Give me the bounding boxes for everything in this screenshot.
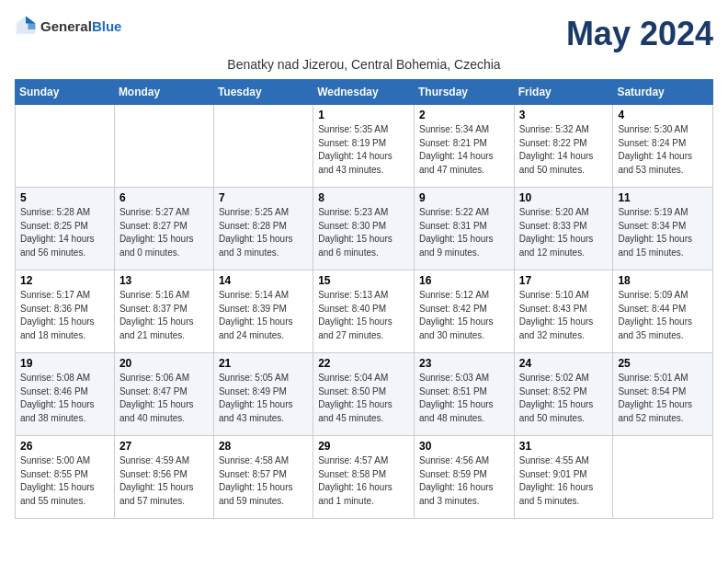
calendar-cell: 26Sunrise: 5:00 AM Sunset: 8:55 PM Dayli…	[16, 436, 115, 519]
calendar-cell	[114, 105, 213, 188]
calendar-header-row: SundayMondayTuesdayWednesdayThursdayFrid…	[16, 80, 713, 105]
day-number: 25	[618, 357, 708, 370]
calendar-cell: 27Sunrise: 4:59 AM Sunset: 8:56 PM Dayli…	[114, 436, 213, 519]
calendar-cell: 5Sunrise: 5:28 AM Sunset: 8:25 PM Daylig…	[16, 188, 115, 270]
calendar-cell: 16Sunrise: 5:12 AM Sunset: 8:42 PM Dayli…	[414, 270, 514, 353]
day-info: Sunrise: 5:30 AM Sunset: 8:24 PM Dayligh…	[618, 123, 708, 177]
day-of-week-header: Sunday	[16, 80, 115, 105]
calendar-cell: 11Sunrise: 5:19 AM Sunset: 8:34 PM Dayli…	[613, 188, 713, 270]
day-info: Sunrise: 5:14 AM Sunset: 8:39 PM Dayligh…	[219, 289, 308, 342]
calendar-cell: 20Sunrise: 5:06 AM Sunset: 8:47 PM Dayli…	[114, 353, 213, 436]
logo-icon	[15, 15, 37, 37]
calendar-cell	[213, 105, 313, 188]
calendar-cell: 6Sunrise: 5:27 AM Sunset: 8:27 PM Daylig…	[114, 188, 213, 270]
day-info: Sunrise: 5:10 AM Sunset: 8:43 PM Dayligh…	[519, 289, 609, 342]
calendar-cell: 30Sunrise: 4:56 AM Sunset: 8:59 PM Dayli…	[414, 436, 514, 519]
day-number: 12	[20, 274, 109, 287]
day-number: 24	[519, 357, 609, 370]
calendar-cell: 3Sunrise: 5:32 AM Sunset: 8:22 PM Daylig…	[514, 105, 613, 188]
logo: GeneralBlue	[15, 15, 121, 37]
calendar-cell: 2Sunrise: 5:34 AM Sunset: 8:21 PM Daylig…	[414, 105, 514, 188]
day-number: 7	[219, 191, 308, 204]
day-number: 21	[219, 357, 308, 370]
day-info: Sunrise: 5:20 AM Sunset: 8:33 PM Dayligh…	[519, 206, 609, 259]
day-info: Sunrise: 5:23 AM Sunset: 8:30 PM Dayligh…	[318, 206, 409, 259]
calendar-cell: 17Sunrise: 5:10 AM Sunset: 8:43 PM Dayli…	[514, 270, 613, 353]
calendar-cell: 19Sunrise: 5:08 AM Sunset: 8:46 PM Dayli…	[16, 353, 115, 436]
calendar-table: SundayMondayTuesdayWednesdayThursdayFrid…	[15, 79, 713, 519]
day-info: Sunrise: 5:09 AM Sunset: 8:44 PM Dayligh…	[618, 289, 708, 342]
day-number: 9	[419, 191, 509, 204]
day-info: Sunrise: 5:04 AM Sunset: 8:50 PM Dayligh…	[318, 372, 409, 425]
day-info: Sunrise: 5:27 AM Sunset: 8:27 PM Dayligh…	[119, 206, 209, 259]
day-info: Sunrise: 4:56 AM Sunset: 8:59 PM Dayligh…	[419, 454, 509, 508]
day-number: 30	[419, 440, 509, 453]
day-info: Sunrise: 5:02 AM Sunset: 8:52 PM Dayligh…	[519, 372, 609, 425]
day-of-week-header: Monday	[114, 80, 213, 105]
day-of-week-header: Thursday	[414, 80, 514, 105]
month-title: May 2024	[566, 15, 713, 53]
day-number: 1	[318, 109, 409, 121]
day-number: 3	[519, 109, 609, 121]
calendar-cell: 4Sunrise: 5:30 AM Sunset: 8:24 PM Daylig…	[613, 105, 713, 188]
day-number: 26	[20, 440, 109, 453]
day-info: Sunrise: 5:28 AM Sunset: 8:25 PM Dayligh…	[20, 206, 109, 259]
day-info: Sunrise: 5:32 AM Sunset: 8:22 PM Dayligh…	[519, 123, 609, 177]
calendar-week-row: 5Sunrise: 5:28 AM Sunset: 8:25 PM Daylig…	[16, 188, 713, 270]
day-number: 27	[119, 440, 209, 453]
calendar-cell: 9Sunrise: 5:22 AM Sunset: 8:31 PM Daylig…	[414, 188, 514, 270]
calendar-cell: 12Sunrise: 5:17 AM Sunset: 8:36 PM Dayli…	[16, 270, 115, 353]
day-of-week-header: Tuesday	[213, 80, 313, 105]
calendar-week-row: 19Sunrise: 5:08 AM Sunset: 8:46 PM Dayli…	[16, 353, 713, 436]
calendar-cell: 14Sunrise: 5:14 AM Sunset: 8:39 PM Dayli…	[213, 270, 313, 353]
day-of-week-header: Saturday	[613, 80, 713, 105]
calendar-cell: 22Sunrise: 5:04 AM Sunset: 8:50 PM Dayli…	[313, 353, 415, 436]
logo-text: GeneralBlue	[40, 18, 121, 34]
day-info: Sunrise: 5:35 AM Sunset: 8:19 PM Dayligh…	[318, 123, 409, 177]
day-number: 13	[119, 274, 209, 287]
day-number: 22	[318, 357, 409, 370]
calendar-cell: 13Sunrise: 5:16 AM Sunset: 8:37 PM Dayli…	[114, 270, 213, 353]
page-header: GeneralBlue May 2024	[15, 15, 713, 53]
day-info: Sunrise: 5:06 AM Sunset: 8:47 PM Dayligh…	[119, 372, 209, 425]
day-number: 2	[419, 109, 509, 121]
day-info: Sunrise: 4:59 AM Sunset: 8:56 PM Dayligh…	[119, 454, 209, 508]
day-number: 23	[419, 357, 509, 370]
day-number: 31	[519, 440, 609, 453]
day-number: 11	[618, 191, 708, 204]
day-number: 28	[219, 440, 308, 453]
day-number: 17	[519, 274, 609, 287]
day-info: Sunrise: 5:17 AM Sunset: 8:36 PM Dayligh…	[20, 289, 109, 342]
day-info: Sunrise: 4:57 AM Sunset: 8:58 PM Dayligh…	[318, 454, 409, 508]
day-info: Sunrise: 5:34 AM Sunset: 8:21 PM Dayligh…	[419, 123, 509, 177]
day-number: 16	[419, 274, 509, 287]
day-number: 10	[519, 191, 609, 204]
day-number: 4	[618, 109, 708, 121]
calendar-cell: 18Sunrise: 5:09 AM Sunset: 8:44 PM Dayli…	[613, 270, 713, 353]
calendar-week-row: 26Sunrise: 5:00 AM Sunset: 8:55 PM Dayli…	[16, 436, 713, 519]
day-number: 14	[219, 274, 308, 287]
day-number: 20	[119, 357, 209, 370]
day-number: 18	[618, 274, 708, 287]
calendar-cell: 7Sunrise: 5:25 AM Sunset: 8:28 PM Daylig…	[213, 188, 313, 270]
day-info: Sunrise: 5:25 AM Sunset: 8:28 PM Dayligh…	[219, 206, 308, 259]
day-info: Sunrise: 4:55 AM Sunset: 9:01 PM Dayligh…	[519, 454, 609, 508]
day-info: Sunrise: 5:03 AM Sunset: 8:51 PM Dayligh…	[419, 372, 509, 425]
calendar-cell: 8Sunrise: 5:23 AM Sunset: 8:30 PM Daylig…	[313, 188, 415, 270]
calendar-cell: 10Sunrise: 5:20 AM Sunset: 8:33 PM Dayli…	[514, 188, 613, 270]
day-number: 6	[119, 191, 209, 204]
calendar-week-row: 1Sunrise: 5:35 AM Sunset: 8:19 PM Daylig…	[16, 105, 713, 188]
calendar-cell: 31Sunrise: 4:55 AM Sunset: 9:01 PM Dayli…	[514, 436, 613, 519]
calendar-cell: 1Sunrise: 5:35 AM Sunset: 8:19 PM Daylig…	[313, 105, 415, 188]
calendar-week-row: 12Sunrise: 5:17 AM Sunset: 8:36 PM Dayli…	[16, 270, 713, 353]
subtitle: Benatky nad Jizerou, Central Bohemia, Cz…	[15, 57, 713, 72]
calendar-cell: 25Sunrise: 5:01 AM Sunset: 8:54 PM Dayli…	[613, 353, 713, 436]
calendar-cell: 28Sunrise: 4:58 AM Sunset: 8:57 PM Dayli…	[213, 436, 313, 519]
day-info: Sunrise: 5:13 AM Sunset: 8:40 PM Dayligh…	[318, 289, 409, 342]
calendar-cell	[16, 105, 115, 188]
calendar-cell	[613, 436, 713, 519]
day-info: Sunrise: 5:05 AM Sunset: 8:49 PM Dayligh…	[219, 372, 308, 425]
day-number: 5	[20, 191, 109, 204]
day-info: Sunrise: 5:12 AM Sunset: 8:42 PM Dayligh…	[419, 289, 509, 342]
day-info: Sunrise: 5:08 AM Sunset: 8:46 PM Dayligh…	[20, 372, 109, 425]
